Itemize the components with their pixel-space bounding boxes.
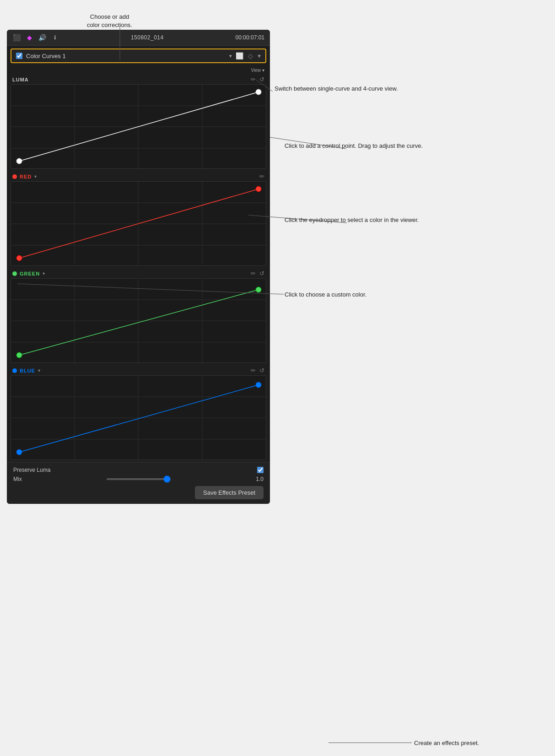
green-eyedropper-icon[interactable]: ✏ bbox=[251, 270, 256, 277]
green-header: GREEN ▾ ✏ ↺ bbox=[11, 268, 266, 278]
red-chevron-icon[interactable]: ▾ bbox=[34, 174, 37, 179]
preserve-luma-row: Preserve Luma bbox=[13, 467, 264, 473]
svg-point-16 bbox=[16, 255, 22, 261]
clip-title: 150802_014 bbox=[64, 34, 231, 41]
color-curves-panel: ⬛ ◆ 🔊 ℹ 150802_014 00:00:07:01 Color Cur… bbox=[7, 30, 270, 504]
blue-eyedropper-icon[interactable]: ✏ bbox=[251, 367, 256, 374]
mix-slider[interactable] bbox=[107, 478, 171, 480]
red-dot bbox=[12, 174, 17, 179]
blue-curve-area[interactable] bbox=[11, 375, 266, 460]
svg-point-26 bbox=[256, 287, 261, 292]
blue-label: BLUE bbox=[20, 368, 35, 373]
svg-line-33 bbox=[19, 385, 259, 452]
luma-eyedropper-icon[interactable]: ✏ bbox=[251, 76, 256, 83]
preserve-luma-checkbox[interactable] bbox=[257, 467, 264, 473]
red-header: RED ▾ ✏ bbox=[11, 171, 266, 181]
color-icon[interactable]: ◆ bbox=[25, 33, 33, 42]
green-label: GREEN bbox=[20, 271, 40, 276]
expand-icon[interactable]: ▾ bbox=[258, 52, 261, 59]
svg-point-17 bbox=[256, 186, 261, 192]
luma-reset-icon[interactable]: ↺ bbox=[259, 76, 264, 83]
red-eyedropper-icon[interactable]: ✏ bbox=[259, 173, 264, 180]
green-dot bbox=[12, 271, 17, 276]
audio-icon[interactable]: 🔊 bbox=[38, 33, 46, 42]
svg-point-25 bbox=[16, 352, 22, 358]
svg-point-8 bbox=[256, 89, 261, 95]
view-label: View bbox=[251, 68, 261, 73]
annotation-control-point: Click to add a control point. Drag to ad… bbox=[285, 142, 423, 150]
red-label: RED bbox=[20, 174, 32, 179]
luma-curve-svg bbox=[11, 85, 266, 169]
red-curve-section: RED ▾ ✏ bbox=[7, 171, 270, 268]
svg-point-7 bbox=[16, 158, 22, 164]
preserve-luma-label: Preserve Luma bbox=[13, 467, 50, 473]
toolbar: ⬛ ◆ 🔊 ℹ 150802_014 00:00:07:01 bbox=[7, 30, 270, 46]
luma-curve-section: LUMA ✏ ↺ bbox=[7, 74, 270, 171]
green-reset-icon[interactable]: ↺ bbox=[259, 270, 264, 277]
luma-label: LUMA bbox=[12, 77, 29, 82]
luma-tools: ✏ ↺ bbox=[251, 76, 264, 83]
blue-curve-section: BLUE ▾ ✏ ↺ bbox=[7, 365, 270, 462]
blue-chevron-icon[interactable]: ▾ bbox=[38, 368, 40, 373]
blue-header: BLUE ▾ ✏ ↺ bbox=[11, 365, 266, 375]
blue-tools: ✏ ↺ bbox=[251, 367, 264, 374]
film-icon[interactable]: ⬛ bbox=[12, 33, 21, 42]
correction-icons: ⬜ ◇ ▾ bbox=[236, 52, 261, 59]
luma-header: LUMA ✏ ↺ bbox=[11, 74, 266, 84]
annotation-choose-color: Choose or add color corrections. bbox=[87, 5, 132, 30]
blue-dot bbox=[12, 368, 17, 373]
mix-value: 1.0 bbox=[256, 476, 264, 482]
main-container: ⬛ ◆ 🔊 ℹ 150802_014 00:00:07:01 Color Cur… bbox=[0, 0, 555, 756]
red-tools: ✏ bbox=[259, 173, 264, 180]
correction-name: Color Curves 1 bbox=[26, 53, 226, 59]
green-curve-area[interactable] bbox=[11, 278, 266, 363]
svg-point-34 bbox=[16, 449, 22, 455]
svg-point-35 bbox=[256, 382, 261, 388]
luma-curve-area[interactable] bbox=[11, 84, 266, 169]
green-tools: ✏ ↺ bbox=[251, 270, 264, 277]
annotation-eyedropper: Click the eyedropper to select a color i… bbox=[285, 216, 419, 224]
annotation-single-curve: Switch between single-curve and 4-curve … bbox=[275, 85, 398, 93]
annotation-custom-color: Click to choose a custom color. bbox=[285, 291, 366, 299]
annotation-effects-preset: Create an effects preset. bbox=[414, 739, 479, 747]
save-effects-preset-button[interactable]: Save Effects Preset bbox=[195, 486, 264, 499]
clip-time: 00:00:07:01 bbox=[236, 34, 264, 41]
blue-curve-svg bbox=[11, 376, 266, 460]
red-curve-area[interactable] bbox=[11, 181, 266, 266]
info-icon[interactable]: ℹ bbox=[51, 33, 59, 42]
view-row: View ▾ bbox=[7, 66, 270, 74]
correction-enabled-checkbox[interactable] bbox=[16, 53, 22, 59]
green-chevron-icon[interactable]: ▾ bbox=[43, 271, 45, 276]
svg-line-24 bbox=[19, 290, 259, 355]
mask-icon[interactable]: ⬜ bbox=[236, 52, 243, 59]
green-curve-section: GREEN ▾ ✏ ↺ bbox=[7, 268, 270, 365]
bottom-bar: Preserve Luma Mix 1.0 Save Effects Prese… bbox=[7, 462, 270, 504]
mix-label: Mix bbox=[13, 476, 22, 482]
correction-selector: Color Curves 1 ▾ ⬜ ◇ ▾ bbox=[11, 49, 266, 63]
correction-chevron-icon[interactable]: ▾ bbox=[229, 53, 232, 59]
mix-row: Mix 1.0 bbox=[13, 476, 264, 482]
view-chevron-icon: ▾ bbox=[262, 68, 264, 73]
green-curve-svg bbox=[11, 279, 266, 363]
view-button[interactable]: View ▾ bbox=[251, 68, 265, 73]
blue-reset-icon[interactable]: ↺ bbox=[259, 367, 264, 374]
keyframe-icon[interactable]: ◇ bbox=[248, 52, 253, 59]
red-curve-svg bbox=[11, 182, 266, 266]
